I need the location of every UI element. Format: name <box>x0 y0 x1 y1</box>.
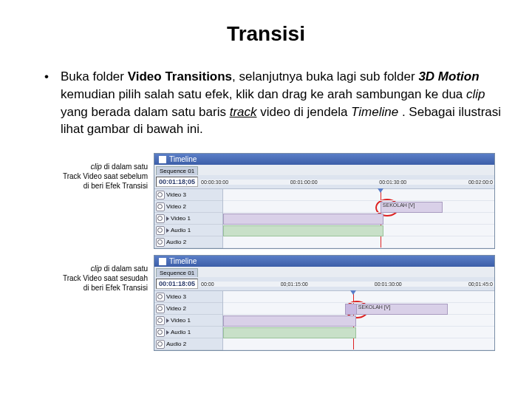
figures: clip di dalam satu Track Video saat sebe… <box>44 153 502 351</box>
video-clip[interactable] <box>223 214 383 225</box>
speaker-icon[interactable] <box>156 226 165 235</box>
track-area[interactable]: SEKOLAH [V] <box>223 189 494 248</box>
expand-icon[interactable] <box>166 216 169 221</box>
eye-icon[interactable] <box>156 316 165 325</box>
video-clip[interactable]: SEKOLAH [V] <box>381 202 443 213</box>
expand-icon[interactable] <box>166 318 169 323</box>
slide-title: Transisi <box>30 22 502 46</box>
panel-titlebar: Timeline <box>154 256 494 267</box>
caption-after: clip di dalam satu Track Video saat sesu… <box>44 255 148 293</box>
bullet-text: Buka folder Video Transitions, selanjutn… <box>61 68 502 138</box>
audio-clip[interactable] <box>223 327 356 338</box>
timecode-display[interactable]: 00:01:18:05 <box>156 279 198 289</box>
video-clip[interactable]: SEKOLAH [V] <box>356 304 448 315</box>
eye-icon[interactable] <box>156 191 165 200</box>
timecode-display[interactable]: 00:01:18;05 <box>156 177 198 187</box>
caption-before: clip di dalam satu Track Video saat sebe… <box>44 153 148 191</box>
sequence-tab[interactable]: Sequence 01 <box>156 166 198 175</box>
time-ruler[interactable]: 00:00:30:0000:01:00:0000:01:30:0000:02:0… <box>200 180 494 185</box>
timeline-panel-after: Timeline Sequence 01 00:01:18:05 00:0000… <box>154 255 495 351</box>
audio-clip[interactable] <box>223 225 383 236</box>
speaker-icon[interactable] <box>156 340 165 349</box>
eye-icon[interactable] <box>156 293 165 301</box>
time-ruler[interactable]: 00:0000;01:15:0000:01:30:0000;01:45:0 <box>200 282 494 287</box>
track-headers: Video 3 Video 2 Video 1 Audio 1 Audio 2 <box>154 189 223 248</box>
panel-titlebar: Timeline <box>154 154 494 165</box>
bullet-dot: • <box>44 68 49 138</box>
eye-icon[interactable] <box>156 214 165 223</box>
sequence-tab[interactable]: Sequence 01 <box>156 268 198 277</box>
speaker-icon[interactable] <box>156 238 165 247</box>
track-headers: Video 3 Video 2 Video 1 Audio 1 Audio 2 <box>154 291 223 350</box>
video-clip[interactable] <box>223 316 356 327</box>
expand-icon[interactable] <box>166 228 169 233</box>
eye-icon[interactable] <box>156 304 165 313</box>
timeline-panel-before: Timeline Sequence 01 00:01:18;05 00:00:3… <box>154 153 495 249</box>
expand-icon[interactable] <box>166 330 169 335</box>
window-icon <box>159 156 166 163</box>
eye-icon[interactable] <box>156 202 165 211</box>
bullet-item: • Buka folder Video Transitions, selanju… <box>44 68 502 138</box>
window-icon <box>159 258 166 265</box>
speaker-icon[interactable] <box>156 328 165 337</box>
track-area[interactable]: SEKOLAH [V] <box>223 291 494 350</box>
